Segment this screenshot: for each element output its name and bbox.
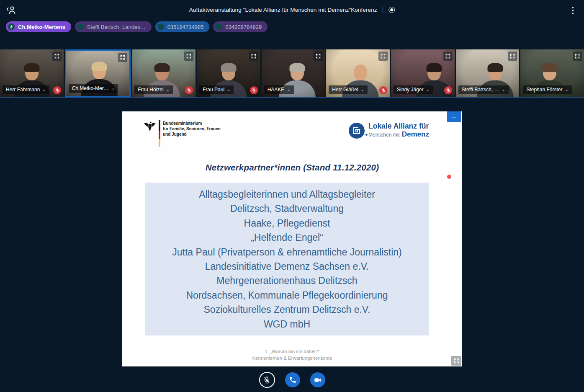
participant-tile[interactable]: Ch.Metko-Mer… ⌄ [65,49,131,97]
participant-name-tag[interactable]: Herr Gläßel ⌄ [329,85,367,94]
participant-tile[interactable]: Herr Gläßel ⌄ [326,49,390,97]
record-icon[interactable] [388,7,395,13]
slide-footer-line2: Kennenlernen & Erwartungshorizonte [122,355,462,361]
conference-title: Auftaktveranstaltung "Lokale Allianz für… [189,7,377,13]
participant-name: Herr Fährmann [6,87,40,93]
participant-pill[interactable]: 034208784829 [213,21,268,32]
chevron-down-icon: ⌄ [42,88,46,91]
participant-name-tag[interactable]: Stephan Förster ⌄ [523,85,571,94]
participant-name: Steffi Bartsch, … [462,87,499,93]
allianz-logo-text: Lokale Allianz für Menschen mit Demenz [368,122,429,139]
chevron-down-icon: ⌄ [426,88,429,91]
participant-name: Stephan Förster [526,87,562,93]
participant-name-tag[interactable]: Herr Fährmann ⌄ [3,85,49,94]
participant-name-tag[interactable]: Frau Hölzel ⌄ [134,85,173,94]
participant-name: Frau Paul [203,87,224,93]
participant-status-icon [8,23,15,30]
expand-icon[interactable] [443,52,453,61]
participant-name: Ch.Metko-Mer… [72,85,109,91]
participant-name-tag[interactable]: HAAKE ⌄ [264,85,294,94]
slide-title: Netzwerkpartner*innen (Stand 11.12.2020) [122,162,462,173]
conference-title-group: Auftaktveranstaltung "Lokale Allianz für… [189,0,395,19]
mic-muted-icon [185,86,193,94]
back-person-icon [6,5,17,15]
participant-status-icon [77,23,84,30]
partner-list-item: Alltagsbegleiterinnen und Alltagsbegleit… [145,187,429,201]
participant-status-icon [157,23,164,30]
participant-tile[interactable]: Frau Paul ⌄ [197,49,260,97]
partner-list-item: Haake, Pflegedienst [145,216,429,230]
partner-list-item: Landesinitiative Demenz Sachsen e.V. [145,259,429,273]
bmfsfj-logo: Bundesministerium für Familie, Senioren,… [135,112,226,157]
participant-tile[interactable]: HAAKE ⌄ [262,49,325,97]
expand-icon[interactable] [314,52,323,61]
partner-list-item: Soziokulturelles Zentrum Delitzsch e.V. [145,302,429,317]
participant-name-tag[interactable]: Frau Paul ⌄ [199,85,234,94]
participant-name: Sindy Jäger [397,87,423,93]
expand-icon[interactable] [573,52,582,61]
mic-muted-icon [444,86,452,94]
participant-pill-label: 035184734985 [167,24,204,30]
participant-pill-label: Ch.Metko-Mertens [18,24,65,30]
camera-icon [314,376,322,384]
phone-button[interactable] [285,372,300,387]
camera-button[interactable] [310,372,325,387]
participant-tile[interactable]: Herr Fährmann ⌄ [0,49,64,97]
title-divider: | [382,6,384,13]
expand-icon[interactable] [249,52,258,61]
federal-eagle-icon [143,119,157,132]
participant-tile[interactable]: Stephan Förster ⌄ [520,49,584,97]
participant-tile[interactable]: Frau Hölzel ⌄ [132,49,196,97]
participant-pill[interactable]: Ch.Metko-Mertens [6,21,71,32]
expand-icon[interactable] [118,53,127,62]
phone-icon [288,376,296,384]
expand-icon[interactable] [184,52,193,61]
participant-name: HAAKE [268,87,285,93]
participant-name: Frau Hölzel [138,87,163,93]
participant-name-tag[interactable]: Ch.Metko-Mer… ⌄ [69,84,118,93]
partner-list-item: Delitzsch, Stadtverwaltung [145,201,429,216]
allianz-logo: Lokale Allianz für Menschen mit Demenz [349,122,429,139]
partner-list-item: Mehrgenerationenhaus Delitzsch [145,273,429,288]
back-participants-button[interactable] [6,5,17,15]
chevron-down-icon: ⌄ [502,88,505,91]
mic-muted-icon [53,86,61,94]
mic-muted-icon [250,86,258,94]
fullscreen-icon[interactable] [451,356,461,366]
participant-pills: Ch.Metko-Mertens Steffi Bartsch, Landes…… [6,21,268,32]
kebab-icon [572,7,574,8]
participant-tile[interactable]: Steffi Bartsch, … ⌄ [456,49,520,97]
minimize-button[interactable]: – [447,111,461,122]
chevron-down-icon: ⌄ [166,88,170,91]
participant-pill[interactable]: 035184734985 [155,21,210,32]
participant-status-icon [215,23,222,30]
partner-list-item: Nordsachsen, Kommunale Pflegekoordinieru… [145,288,429,302]
slide-footer: 1. „Warum bin ich dabei?“ Kennenlernen &… [122,348,462,361]
participant-name-tag[interactable]: Sindy Jäger ⌄ [394,85,433,94]
expand-icon[interactable] [52,52,62,61]
chevron-down-icon: ⌄ [227,88,230,91]
partner-list-item: Jutta Paul (Privatperson & ehrenamtliche… [145,245,429,259]
expand-icon[interactable] [508,52,517,61]
participant-tile[interactable]: Sindy Jäger ⌄ [391,49,455,97]
top-bar: Auftaktveranstaltung "Lokale Allianz für… [0,0,584,19]
mic-muted-icon [263,376,271,384]
participant-pill-label: Steffi Bartsch, Landes… [87,24,146,30]
filmstrip: Herr Fährmann ⌄ Ch.Metko-Me [0,49,584,98]
partner-list-item: „Helfende Engel“ [145,230,429,245]
allianz-maze-icon [349,123,365,139]
more-options-button[interactable] [571,5,575,15]
expand-icon[interactable] [378,52,388,61]
slide-footer-line1: 1. „Warum bin ich dabei?“ [122,348,462,355]
chevron-down-icon: ⌄ [287,88,290,91]
participant-pill[interactable]: Steffi Bartsch, Landes… [75,21,152,32]
participant-name-tag[interactable]: Steffi Bartsch, … ⌄ [458,85,509,94]
partner-list-box: Alltagsbegleiterinnen und Alltagsbegleit… [145,183,429,335]
mic-icon [9,25,13,29]
bmfsfj-logo-text: Bundesministerium für Familie, Senioren,… [163,121,221,137]
shared-presentation[interactable]: Bundesministerium für Familie, Senioren,… [122,111,462,366]
partner-list-item: WGD mbH [145,317,429,331]
chevron-down-icon: ⌄ [360,88,364,91]
mic-toggle-button[interactable] [259,372,275,388]
chevron-down-icon: ⌄ [565,88,568,91]
